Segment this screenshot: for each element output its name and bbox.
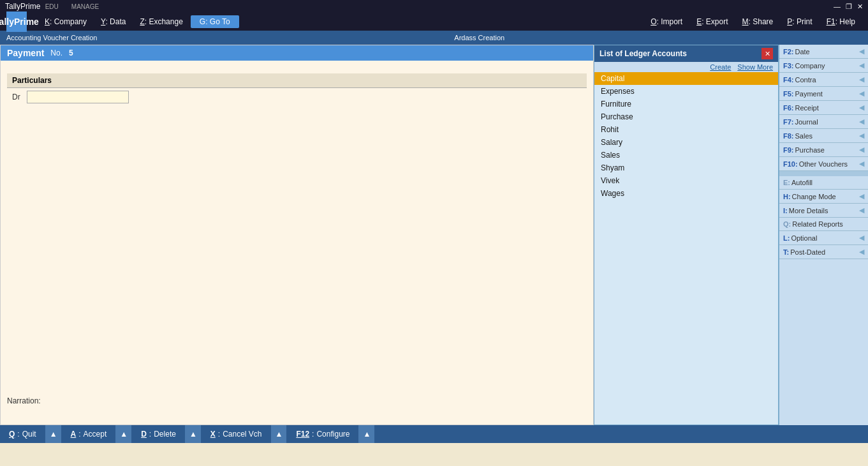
particulars-input[interactable] xyxy=(27,91,129,103)
ledger-item[interactable]: Purchase xyxy=(594,110,778,123)
ledger-panel-actions: Create Show More xyxy=(594,62,778,72)
title-bar: TallyPrime EDU MANAGE — ❐ ✕ xyxy=(0,0,868,13)
close-btn[interactable]: ✕ xyxy=(857,3,863,11)
fn-key-f6[interactable]: F6:Receipt◀ xyxy=(779,101,868,115)
bottom-btn-arrow-q[interactable]: ▲ xyxy=(46,425,62,443)
fn-key-f2[interactable]: F2:Date◀ xyxy=(779,45,868,59)
menu-print[interactable]: P: Print xyxy=(781,16,818,27)
ledger-item[interactable]: Shyam xyxy=(594,162,778,174)
col-debit xyxy=(506,73,547,88)
voucher-table: Particulars Dr xyxy=(7,73,587,106)
menu-bar: TallyPrime K: Company Y: Data Z: Exchang… xyxy=(0,13,868,31)
action-l[interactable]: L:Optional◀ xyxy=(779,231,868,245)
bottom-btn-x[interactable]: X: Cancel Vch xyxy=(202,425,272,443)
ledger-item[interactable]: Sales xyxy=(594,149,778,162)
fn-key-f9[interactable]: F9:Purchase◀ xyxy=(779,143,868,157)
dr-label: Dr xyxy=(12,93,24,101)
col-credit xyxy=(547,73,587,88)
ledger-panel-header: List of Ledger Accounts ✕ xyxy=(594,45,778,62)
menu-import[interactable]: O: Import xyxy=(644,16,689,27)
fn-key-f10[interactable]: F10:Other Vouchers◀ xyxy=(779,157,868,171)
ledger-panel: List of Ledger Accounts ✕ Create Show Mo… xyxy=(594,45,779,425)
ledger-item[interactable]: Vivek xyxy=(594,174,778,187)
voucher-header: Payment No. 5 xyxy=(1,45,593,61)
col-particulars: Particulars xyxy=(7,73,506,88)
menu-company[interactable]: K: Company xyxy=(38,16,93,27)
manage-label: MANAGE xyxy=(71,3,99,10)
voucher-no-label: No. xyxy=(50,49,63,57)
fn-key-f4[interactable]: F4:Contra◀ xyxy=(779,73,868,87)
bottom-btn-arrow-a[interactable]: ▲ xyxy=(116,425,132,443)
right-panel: F2:Date◀F3:Company◀F4:Contra◀F5:Payment◀… xyxy=(779,45,868,425)
bottom-btn-d[interactable]: D: Delete xyxy=(132,425,186,443)
bottom-btn-arrow-f12[interactable]: ▲ xyxy=(359,425,375,443)
fn-key-f8[interactable]: F8:Sales◀ xyxy=(779,129,868,143)
ledger-list: CapitalExpensesFurniturePurchaseRohitSal… xyxy=(594,72,778,425)
table-row: Dr xyxy=(7,88,587,107)
minimize-btn[interactable]: — xyxy=(834,3,841,11)
ledger-panel-title: List of Ledger Accounts xyxy=(600,49,687,58)
bottom-btn-f12[interactable]: F12: Configure xyxy=(287,425,359,443)
fn-key-f5[interactable]: F5:Payment◀ xyxy=(779,87,868,101)
voucher-body: Particulars Dr xyxy=(1,61,593,112)
menu-exchange[interactable]: Z: Exchange xyxy=(133,16,189,27)
action-i[interactable]: I:More Details◀ xyxy=(779,204,868,218)
app-title: TallyPrime EDU xyxy=(5,2,59,11)
ledger-item[interactable]: Expenses xyxy=(594,85,778,98)
restore-btn[interactable]: ❐ xyxy=(846,3,852,11)
bottom-btn-arrow-d[interactable]: ▲ xyxy=(186,425,202,443)
ledger-item[interactable]: Salary xyxy=(594,136,778,149)
main-layout: Payment No. 5 Particulars Dr xyxy=(0,45,868,425)
narration-label: Narration: xyxy=(7,396,41,405)
voucher-no-value: 5 xyxy=(69,49,73,57)
narration-area: Narration: xyxy=(7,396,41,405)
menu-export[interactable]: E: Export xyxy=(690,16,734,27)
ledger-item[interactable]: Wages xyxy=(594,187,778,200)
action-q: Q:Related Reports xyxy=(779,218,868,231)
menu-data[interactable]: Y: Data xyxy=(94,16,132,27)
bottom-bar: Q: Quit▲A: Accept▲D: Delete▲X: Cancel Vc… xyxy=(0,425,868,443)
goto-button[interactable]: G: Go To xyxy=(191,15,239,28)
fn-key-f7[interactable]: F7:Journal◀ xyxy=(779,115,868,129)
bottom-btn-a[interactable]: A: Accept xyxy=(62,425,117,443)
app-logo: TallyPrime xyxy=(0,17,39,27)
ledger-item[interactable]: Rohit xyxy=(594,123,778,136)
menu-share[interactable]: M: Share xyxy=(736,16,780,27)
show-more-link[interactable]: Show More xyxy=(737,63,773,71)
bottom-btn-arrow-x[interactable]: ▲ xyxy=(272,425,288,443)
voucher-title: Payment xyxy=(7,48,44,58)
window-controls: — ❐ ✕ xyxy=(834,3,863,11)
voucher-area: Payment No. 5 Particulars Dr xyxy=(0,45,594,425)
action-h[interactable]: H:Change Mode◀ xyxy=(779,190,868,204)
right-panel-separator xyxy=(779,171,868,176)
ledger-item[interactable]: Capital xyxy=(594,72,778,85)
status-center: Ardass Creation xyxy=(454,34,504,41)
ledger-close-button[interactable]: ✕ xyxy=(761,48,773,59)
bottom-btn-q[interactable]: Q: Quit xyxy=(0,425,46,443)
status-bar: Accounting Voucher Creation Ardass Creat… xyxy=(0,31,868,45)
create-link[interactable]: Create xyxy=(710,63,731,71)
status-left: Accounting Voucher Creation xyxy=(6,34,97,41)
menu-help[interactable]: F1: Help xyxy=(820,16,862,27)
fn-key-f3[interactable]: F3:Company◀ xyxy=(779,59,868,73)
action-e: E:Autofill xyxy=(779,176,868,190)
ledger-item[interactable]: Furniture xyxy=(594,98,778,110)
action-t[interactable]: T:Post-Dated◀ xyxy=(779,245,868,259)
